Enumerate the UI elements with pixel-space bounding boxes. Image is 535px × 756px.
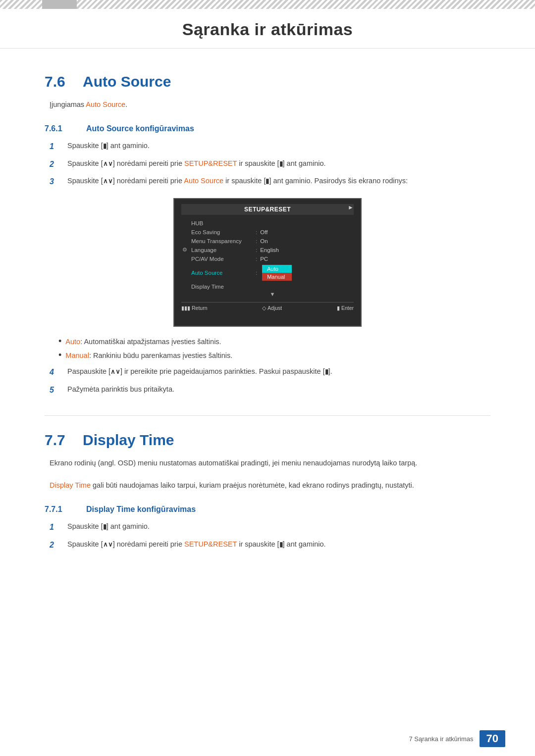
step-761-4: 4 Paspauskite [∧∨] ir pereikite prie pag… (50, 366, 490, 379)
menu-item-language: ⚙ Language : English (191, 246, 354, 254)
subsection-771-header: 7.7.1 Display Time konfigūravimas (45, 505, 490, 514)
step-761-3: 3 Spauskite [∧∨] norėdami pereiti prie A… (50, 175, 490, 188)
steps-761: 1 Spauskite [▮] ant gaminio. 2 Spauskite… (45, 140, 490, 188)
subsection-761-header: 7.6.1 Auto Source konfigūravimas (45, 124, 490, 133)
monitor-menu: HUB Eco Saving : Off Menu Transparency :… (181, 218, 354, 298)
auto-option-manual: Manual (262, 273, 292, 281)
section-77-intro1: Ekrano rodinių (angl. OSD) meniu nustato… (45, 457, 490, 469)
section-76-title: Auto Source (83, 73, 171, 90)
subsection-771-number: 7.7.1 (45, 505, 79, 514)
footer-chapter-label: 7 Sąranka ir atkūrimas (409, 735, 473, 743)
steps-761-cont: 4 Paspauskite [∧∨] ir pereikite prie pag… (45, 366, 490, 396)
main-content: 7.6 Auto Source Įjungiamas Auto Source. … (0, 49, 535, 596)
step-761-2: 2 Spauskite [∧∨] norėdami pereiti prie S… (50, 158, 490, 171)
section-77-intro2: Display Time gali būti naudojamas laiko … (45, 480, 490, 491)
step-771-1: 1 Spauskite [▮] ant gaminio. (50, 521, 490, 534)
gear-icon: ⚙ (182, 247, 187, 253)
section-77-header: 7.7 Display Time (45, 432, 490, 449)
section-76-number: 7.6 (45, 73, 72, 90)
menu-item-displaytime: Display Time (191, 282, 354, 291)
footer-page-number: 70 (480, 730, 505, 747)
menu-item-autosource: Auto Source : Auto Manual (191, 263, 354, 282)
auto-source-link: Auto Source (86, 101, 125, 108)
monitor-arrow-right-icon: ► (348, 204, 354, 211)
top-decorative-bar (0, 0, 535, 9)
page-footer: 7 Sąranka ir atkūrimas 70 (409, 730, 505, 747)
subsection-761-title: Auto Source konfigūravimas (86, 124, 194, 133)
subsection-771-title: Display Time konfigūravimas (86, 505, 196, 514)
section-77-title: Display Time (83, 432, 174, 449)
monitor-scroll-indicator: ▼ (191, 291, 354, 297)
steps-771: 1 Spauskite [▮] ant gaminio. 2 Spauskite… (45, 521, 490, 551)
bullet-auto: • Auto: Automatiškai atpažįstamas įvesti… (58, 337, 490, 348)
bullet-manual: • Manual: Rankiniu būdu parenkamas įvest… (58, 351, 490, 361)
step-761-5: 5 Pažymėta parinktis bus pritaikyta. (50, 384, 490, 397)
display-time-link: Display Time (50, 481, 91, 489)
menu-item-hub: HUB (191, 219, 354, 228)
page-title-bar: Sąranka ir atkūrimas (0, 9, 535, 49)
monitor-mockup-container: SETUP&RESET ► HUB Eco Saving : Off Menu … (45, 198, 490, 327)
monitor-bottom-bar: ▮▮▮ Return ◇ Adjust ▮ Enter (181, 302, 354, 311)
section-divider (45, 415, 490, 416)
monitor-return-btn: ▮▮▮ Return (181, 305, 208, 311)
menu-item-pcav: PC/AV Mode : PC (191, 254, 354, 263)
subsection-761-number: 7.6.1 (45, 124, 79, 133)
menu-item-eco: Eco Saving : Off (191, 228, 354, 237)
section-76-intro: Įjungiamas Auto Source. (45, 99, 490, 110)
monitor-adjust-btn: ◇ Adjust (262, 305, 282, 311)
monitor-screen: SETUP&RESET ► HUB Eco Saving : Off Menu … (173, 198, 362, 327)
auto-option-auto: Auto (262, 265, 292, 273)
monitor-title: SETUP&RESET (181, 204, 354, 215)
section-77-number: 7.7 (45, 432, 72, 449)
page-title: Sąranka ir atkūrimas (0, 20, 535, 39)
monitor-enter-btn: ▮ Enter (337, 305, 354, 311)
section-76-header: 7.6 Auto Source (45, 73, 490, 90)
top-bar-block (42, 0, 77, 9)
step-771-2: 2 Spauskite [∧∨] norėdami pereiti prie S… (50, 539, 490, 552)
menu-item-transparency: Menu Transparency : On (191, 237, 354, 246)
step-761-1: 1 Spauskite [▮] ant gaminio. (50, 140, 490, 153)
bullet-list-761: • Auto: Automatiškai atpažįstamas įvesti… (45, 337, 490, 361)
